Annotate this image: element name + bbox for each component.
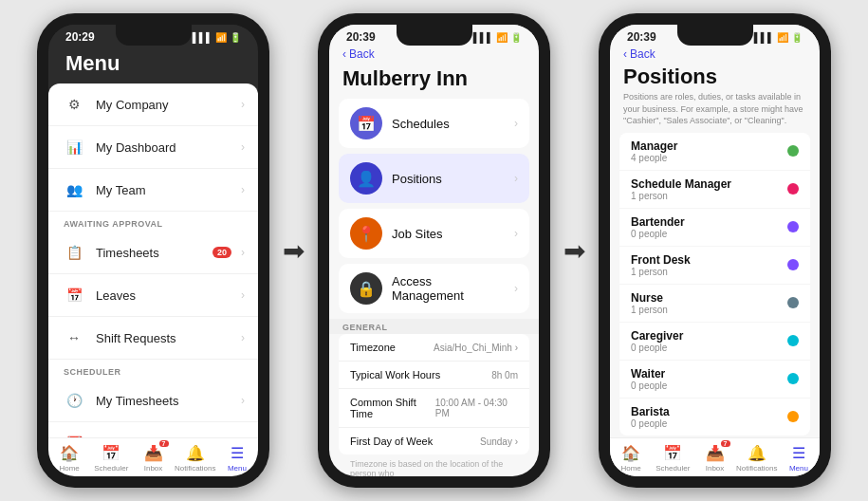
positions-item[interactable]: 👤 Positions ›	[339, 154, 529, 203]
back-link-3[interactable]: ‹ Back	[610, 46, 820, 65]
position-front-desk[interactable]: Front Desk 1 person	[619, 247, 810, 285]
position-caregiver[interactable]: Caregiver 0 people	[619, 323, 810, 361]
inbox-badge-wrap: 📥 7	[144, 444, 163, 462]
menu-item-timesheets[interactable]: 📋 Timesheets 20 ›	[48, 232, 258, 274]
menu-item-leaves[interactable]: 📅 Leaves ›	[48, 274, 258, 317]
wifi-icon: 📶	[215, 32, 227, 43]
notch-2	[397, 25, 472, 46]
arrow-1: ➡	[279, 235, 308, 267]
work-hours-row: Typical Work Hours 8h 0m	[339, 362, 529, 389]
back-chevron-2: ‹	[342, 47, 346, 61]
bartender-info: Bartender 0 people	[631, 215, 780, 239]
position-barista[interactable]: Barista 0 people	[619, 399, 810, 436]
nav-notifications-label-3: Notifications	[736, 464, 778, 473]
position-bartender[interactable]: Bartender 0 people	[619, 209, 810, 247]
menu-item-team[interactable]: 👥 My Team ›	[48, 169, 258, 212]
shift-icon: ↔	[62, 325, 86, 350]
screen-2: 20:39 ▌▌▌ 📶 🔋 ‹ Back Mulberry Inn 📅 Sche…	[329, 25, 539, 476]
page-title-2: Mulberry Inn	[329, 65, 539, 99]
menu-item-dashboard[interactable]: 📊 My Dashboard ›	[48, 126, 258, 169]
shift-time-label: Common Shift Time	[350, 397, 435, 419]
nav-notifications-3[interactable]: 🔔 Notifications	[736, 444, 778, 473]
nav-menu-1[interactable]: ☰ Menu	[216, 444, 258, 473]
awaiting-label: AWAITING APPROVAL	[48, 212, 258, 232]
positions-header: Positions Positions are roles, duties, o…	[610, 65, 820, 133]
waiter-dot	[787, 373, 799, 384]
battery-icon-3: 🔋	[791, 32, 803, 43]
caregiver-name: Caregiver	[631, 329, 780, 343]
company-icon: ⚙	[62, 92, 86, 117]
manager-name: Manager	[631, 139, 780, 153]
work-hours-label: Typical Work Hours	[350, 369, 440, 380]
my-leaves-icon: 📆	[62, 431, 86, 437]
bartender-name: Bartender	[631, 215, 780, 229]
position-schedule-manager[interactable]: Schedule Manager 1 person	[619, 171, 810, 209]
barista-count: 0 people	[631, 418, 780, 429]
position-waiter[interactable]: Waiter 0 people	[619, 361, 810, 399]
general-section: GENERAL	[329, 319, 539, 334]
icon-menu: 📅 Schedules › 👤 Positions › 📍 Job Sites …	[329, 99, 539, 319]
access-mgmt-chevron: ›	[514, 282, 518, 295]
menu-item-my-leaves[interactable]: 📆 My Leaves ›	[48, 422, 258, 437]
company-chevron: ›	[241, 98, 245, 111]
access-mgmt-item[interactable]: 🔒 Access Management ›	[339, 264, 529, 313]
nav-home-3[interactable]: 🏠 Home	[610, 444, 652, 473]
nav-inbox-label: Inbox	[144, 464, 163, 473]
back-label-2: Back	[349, 47, 375, 61]
my-timesheets-chevron: ›	[241, 394, 245, 407]
front-desk-name: Front Desk	[631, 253, 780, 267]
nurse-name: Nurse	[631, 291, 780, 305]
menu-item-my-timesheets[interactable]: 🕐 My Timesheets ›	[48, 380, 258, 422]
bartender-dot	[787, 221, 799, 232]
nav-home-1[interactable]: 🏠 Home	[48, 444, 90, 473]
front-desk-count: 1 person	[631, 267, 780, 277]
info-rows: Timezone Asia/Ho_Chi_Minh › Typical Work…	[329, 334, 539, 455]
inbox-badge: 7	[159, 440, 169, 447]
dashboard-icon: 📊	[62, 135, 86, 159]
nav-home-label-3: Home	[620, 464, 640, 473]
nav-inbox-3[interactable]: 📥 7 Inbox	[693, 444, 735, 473]
nav-scheduler-1[interactable]: 📅 Scheduler	[90, 444, 132, 473]
schedule-manager-count: 1 person	[631, 191, 780, 201]
menu-item-shift-requests[interactable]: ↔ Shift Requests ›	[48, 317, 258, 360]
barista-dot	[787, 411, 799, 422]
weekday-row[interactable]: First Day of Week Sunday ›	[339, 428, 529, 455]
dashboard-label: My Dashboard	[96, 140, 231, 155]
shift-label: Shift Requests	[96, 331, 231, 345]
status-icons-2: ▌▌▌ 📶 🔋	[473, 32, 522, 43]
weekday-value: Sunday ›	[480, 436, 518, 447]
my-leaves-chevron: ›	[241, 436, 245, 437]
position-manager[interactable]: Manager 4 people	[619, 133, 810, 171]
my-timesheets-label: My Timesheets	[96, 394, 231, 408]
shift-chevron: ›	[241, 331, 245, 344]
back-link-2[interactable]: ‹ Back	[329, 46, 539, 65]
manager-info: Manager 4 people	[631, 139, 780, 163]
schedule-manager-info: Schedule Manager 1 person	[631, 177, 780, 201]
nav-inbox-1[interactable]: 📥 7 Inbox	[132, 444, 174, 473]
schedules-item[interactable]: 📅 Schedules ›	[339, 99, 529, 148]
bottom-nav-3: 🏠 Home 📅 Scheduler 📥 7 Inbox 🔔 Notif	[610, 437, 820, 476]
barista-info: Barista 0 people	[631, 405, 780, 429]
wifi-icon-3: 📶	[777, 32, 788, 43]
scheduler-icon: 📅	[102, 444, 120, 462]
nav-menu-3[interactable]: ☰ Menu	[778, 444, 820, 473]
job-sites-item[interactable]: 📍 Job Sites ›	[339, 209, 529, 258]
schedules-chevron: ›	[514, 117, 518, 130]
menu-content: Menu ⚙ My Company › 📊 My Dashboard › 👥	[48, 46, 258, 437]
front-desk-dot	[787, 259, 799, 270]
nurse-count: 1 person	[631, 305, 780, 315]
timezone-value: Asia/Ho_Chi_Minh ›	[434, 343, 518, 353]
manager-dot	[787, 145, 799, 157]
signal-icon: ▌▌▌	[193, 32, 212, 43]
access-mgmt-icon: 🔒	[350, 272, 382, 305]
timezone-row[interactable]: Timezone Asia/Ho_Chi_Minh ›	[339, 334, 529, 362]
signal-icon-2: ▌▌▌	[473, 32, 493, 43]
phone-3: 20:39 ▌▌▌ 📶 🔋 ‹ Back Positions Positions…	[599, 13, 831, 488]
my-leaves-label: My Leaves	[96, 436, 231, 438]
nav-scheduler-3[interactable]: 📅 Scheduler	[652, 444, 693, 473]
nav-notifications-1[interactable]: 🔔 Notifications	[175, 444, 216, 473]
timesheets-badge: 20	[212, 247, 231, 258]
positions-chevron: ›	[514, 172, 518, 185]
menu-item-company[interactable]: ⚙ My Company ›	[48, 84, 258, 126]
position-nurse[interactable]: Nurse 1 person	[619, 285, 810, 323]
